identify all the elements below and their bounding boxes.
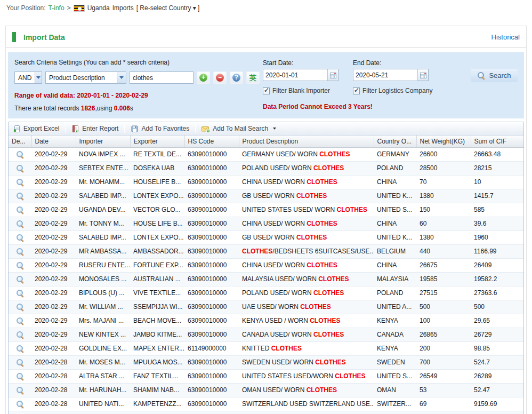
filter-blank-importer-checkbox[interactable]: Filter Blank Importer <box>263 87 338 94</box>
table-row[interactable]: 2020-02-29UGANDA DEV...VECTOR GLO...6309… <box>9 203 523 217</box>
cell-exporter: KAMPETENZZ... <box>130 397 184 411</box>
add-to-mail-search-button[interactable]: Add To Mail Search <box>201 125 276 133</box>
filter-logistics-checkbox[interactable]: Filter Logistics Company <box>353 87 429 94</box>
breadcrumb-link-tinfo[interactable]: T-info <box>49 4 65 12</box>
grid-toolbar: Export Excel Enter Report Add To Favorit… <box>9 122 523 136</box>
table-row[interactable]: 2020-02-29Mrs. MAJANI ...BEACH MOVE...63… <box>9 314 523 328</box>
detail-magnifier-icon[interactable] <box>16 220 24 228</box>
calendar-icon[interactable] <box>417 69 428 81</box>
detail-magnifier-icon[interactable] <box>16 345 24 353</box>
table-row[interactable]: 2020-02-29SEBTEX ENTE...DOSEKA UAB630900… <box>9 161 523 175</box>
start-date-input[interactable] <box>263 69 327 81</box>
operator-select[interactable]: AND <box>14 71 42 84</box>
table-row[interactable]: 2020-02-28Mr. HARUNAH...SHAMIM NAB...630… <box>9 383 523 397</box>
table-row[interactable]: 2020-02-29MONOSALES ...AUSTRALIAN ...630… <box>9 272 523 286</box>
cell-product-description: CHINA USED/ WORN CLOTHES <box>239 258 374 272</box>
header-country[interactable]: Country O... <box>374 136 416 147</box>
detail-magnifier-icon[interactable] <box>16 331 24 339</box>
detail-magnifier-icon[interactable] <box>16 372 24 380</box>
checkbox-checked-icon[interactable] <box>263 87 270 94</box>
header-exporter[interactable]: Exporter <box>130 136 184 147</box>
cell-importer: NEW KINTEX ... <box>76 328 130 341</box>
detail-magnifier-icon[interactable] <box>16 317 24 325</box>
cell-net-weight: 26549 <box>416 369 471 383</box>
header-sum-cif[interactable]: Sum of CIF <box>471 136 523 147</box>
header-hs-code[interactable]: HS Code <box>184 136 239 147</box>
cell-exporter: VECTOR GLO... <box>130 203 184 217</box>
cell-product-description: SWEDEN USED/ WORN CLOTHES <box>239 355 374 369</box>
header-net-weight[interactable]: Net Weight(KG) <box>416 136 471 147</box>
table-row[interactable] <box>9 411 523 414</box>
detail-magnifier-icon[interactable] <box>16 400 24 408</box>
table-body: 2020-02-29NOVA IMPEX ...RE TEXTIL DE...6… <box>9 147 523 414</box>
cell-detail <box>9 258 31 272</box>
page-title: Import Data <box>23 33 491 42</box>
cell-hs-code <box>184 411 239 414</box>
detail-magnifier-icon[interactable] <box>16 275 24 283</box>
table-row[interactable]: 2020-02-29SALABED IMP...LONTEX EXPO...63… <box>9 189 523 203</box>
table-row[interactable]: 2020-02-29RUSERU ENTE...FORTUNE EXP...63… <box>9 258 523 272</box>
historical-link[interactable]: Historical <box>491 33 520 41</box>
add-to-favorites-button[interactable]: Add To Favorites <box>131 125 189 133</box>
table-row[interactable]: 2020-02-29Mr. MOHAMM...HOUSELIFE B...630… <box>9 175 523 189</box>
table-row[interactable]: 2020-02-29BIPLOUS (U) ...VIVE TEXTILE...… <box>9 286 523 300</box>
detail-magnifier-icon[interactable] <box>16 206 24 214</box>
add-criteria-button[interactable]: + <box>197 71 210 84</box>
detail-magnifier-icon[interactable] <box>16 234 24 242</box>
header-importer[interactable]: Importer <box>76 136 130 147</box>
chevron-down-icon[interactable] <box>35 72 42 83</box>
filter-blank-importer-label: Filter Blank Importer <box>272 87 330 94</box>
header-detail[interactable]: De... <box>9 136 31 147</box>
calendar-icon[interactable] <box>327 69 338 81</box>
cell-net-weight: 700 <box>416 355 471 369</box>
keyword-input[interactable] <box>130 71 194 84</box>
cell-hs-code: 63090010000 <box>184 300 239 314</box>
detail-magnifier-icon[interactable] <box>16 359 24 367</box>
table-row[interactable]: 2020-02-28ALTRA STAR ...FANZ TEXTIL...63… <box>9 369 523 383</box>
remove-criteria-button[interactable]: − <box>213 71 227 84</box>
filter-logistics-label: Filter Logistics Company <box>362 87 432 94</box>
header-product-description[interactable]: Product Description <box>239 136 374 147</box>
detail-magnifier-icon[interactable] <box>16 289 24 297</box>
detail-magnifier-icon[interactable] <box>16 150 24 158</box>
chevron-down-icon[interactable] <box>117 72 126 83</box>
detail-magnifier-icon[interactable] <box>16 178 24 186</box>
cell-date: 2020-02-28 <box>31 341 76 355</box>
detail-magnifier-icon[interactable] <box>16 248 24 256</box>
detail-magnifier-icon[interactable] <box>16 192 24 200</box>
language-button[interactable]: 英 <box>246 71 260 84</box>
cell-country: KENYA <box>374 341 416 355</box>
cell-net-weight: 69 <box>416 397 471 411</box>
search-button[interactable]: Search <box>471 69 518 82</box>
cell-importer: Mr. TONNY M... <box>76 217 130 230</box>
cell-country: CANADA <box>374 328 416 341</box>
table-row[interactable]: 2020-02-29MR AMBASSA...AMBASSADOR...6309… <box>9 244 523 258</box>
detail-magnifier-icon[interactable] <box>16 303 24 311</box>
checkbox-checked-icon[interactable] <box>353 87 360 94</box>
header-date[interactable]: Date <box>31 136 76 147</box>
reselect-country-link[interactable]: [ Re-select Country ▾ ] <box>136 4 200 12</box>
table-row[interactable]: 2020-02-29Mr. TONNY M...HOUSE LIFE B...6… <box>9 217 523 230</box>
table-row[interactable]: 2020-02-28Mr. MOSES M...MPUUGA MOS...630… <box>9 355 523 369</box>
enter-report-button[interactable]: Enter Report <box>71 125 118 133</box>
highlighted-search-term: CLOTHES <box>296 192 327 200</box>
table-row[interactable]: 2020-02-29SALABED IMP...LONTEX EXPO...63… <box>9 230 523 244</box>
table-row[interactable]: 2020-02-28UNITED NATI...KAMPETENZZ...630… <box>9 397 523 411</box>
field-select[interactable]: Product Description <box>45 71 126 84</box>
cell-product-description: CLOTHES/BEDSHEETS 6SUITCASES/USE... <box>239 244 374 258</box>
cell-country: CHINA <box>374 258 416 272</box>
table-row[interactable]: 2020-02-29Mr. WILLIAM ...SSEMPIJJA WI...… <box>9 300 523 314</box>
table-row[interactable]: 2020-02-29NOVA IMPEX ...RE TEXTIL DE...6… <box>9 147 523 161</box>
detail-magnifier-icon[interactable] <box>16 164 24 172</box>
help-button[interactable]: ? <box>230 71 243 84</box>
detail-magnifier-icon[interactable] <box>16 386 24 394</box>
detail-magnifier-icon[interactable] <box>16 261 24 269</box>
export-excel-button[interactable]: Export Excel <box>13 125 59 133</box>
table-row[interactable]: 2020-02-28GOLDLINE EX...MAPEX ENTER...61… <box>9 341 523 355</box>
table-row[interactable]: 2020-02-29NEW KINTEX ...JAMBO KITME...63… <box>9 328 523 341</box>
end-date-input[interactable] <box>353 69 417 81</box>
cell-date: 2020-02-29 <box>31 258 76 272</box>
toolbar-separator <box>124 125 125 133</box>
cell-exporter: LONTEX EXPO... <box>130 189 184 203</box>
cell-net-weight: 100 <box>416 314 471 328</box>
